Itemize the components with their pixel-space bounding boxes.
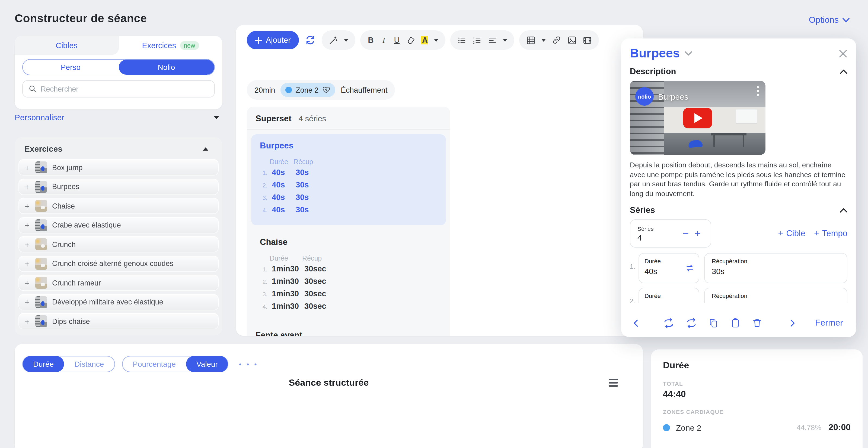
block-duration: 20min [254,85,275,94]
toggle-valeur[interactable]: Valeur [186,356,228,372]
close-panel-button[interactable]: Fermer [815,318,843,328]
video-icon[interactable] [583,35,592,45]
dropdown-caret-icon[interactable] [503,39,507,41]
underline-button[interactable]: U [393,36,400,44]
set-row: 2.40s30s [260,180,437,189]
search-input[interactable]: Rechercher [22,80,215,98]
zone-chip[interactable]: Zone 2 [280,83,335,97]
add-exercise-icon[interactable]: + [24,259,30,268]
close-icon[interactable] [839,49,847,58]
exercise-thumbnail [35,296,47,308]
chevron-up-icon[interactable] [840,208,847,213]
highlight-color-button[interactable]: A [421,36,428,44]
copy-icon[interactable] [709,318,719,328]
add-exercise-icon[interactable]: + [24,317,30,326]
set-row: 3.1min3030sec [260,289,437,298]
dropdown-caret-icon[interactable] [434,39,438,41]
add-exercise-icon[interactable]: + [24,201,30,210]
chart-menu-icon[interactable] [609,379,618,387]
delete-icon[interactable] [752,318,762,328]
chevron-up-icon[interactable] [840,69,847,74]
axis-toggle: Durée Distance [22,356,115,372]
exercise-thumbnail [35,181,47,193]
toggle-nolio[interactable]: Nolio [119,60,214,75]
dropdown-caret-icon[interactable] [344,39,348,41]
table-icon[interactable] [526,35,535,45]
image-icon[interactable] [567,35,577,45]
editor-toolbar: Ajouter B I U A 12 [247,30,599,50]
duration-field[interactable]: Durée 40s [639,253,699,284]
series-section-title: Séries [630,206,655,215]
plus-icon [255,37,262,44]
add-cible-button[interactable]: Cible [786,229,805,239]
list-format-group: 12 [450,30,514,50]
search-placeholder: Rechercher [41,85,79,93]
list-item[interactable]: +Chaise [19,198,219,214]
exercise-video-thumbnail[interactable]: nöliö Burpees [630,81,766,155]
chevron-down-icon [842,18,849,22]
list-item[interactable]: +Crabe avec élastique [19,217,219,233]
chevron-down-icon[interactable] [685,51,692,56]
list-item[interactable]: +Dips chaise [19,313,219,330]
decrement-button[interactable]: − [680,228,692,240]
numbered-list-icon[interactable]: 12 [472,35,482,45]
recovery-field[interactable]: Récupération 30s [704,253,847,284]
options-label: Options [809,15,839,25]
add-exercise-icon[interactable]: + [24,220,30,230]
recovery-field[interactable]: Récupération [704,288,847,303]
list-item[interactable]: +Box jump [19,159,219,175]
link-icon[interactable] [552,35,561,45]
options-menu-button[interactable]: Options [809,15,849,25]
more-options-icon[interactable]: • • • [239,360,258,368]
library-tabs: Cibles Exercices new [14,36,222,55]
swap-unit-icon[interactable] [685,264,694,273]
youtube-play-button[interactable] [683,107,712,128]
superset-exercise-chaise[interactable]: Chaise DuréeRécup 1.1min3030sec 2.1min30… [251,231,446,322]
add-exercise-icon[interactable]: + [24,182,30,191]
list-item[interactable]: +Crunch croisé alterné genoux coudes [19,255,219,272]
dropdown-caret-icon[interactable] [541,39,546,41]
personnaliser-toggle[interactable]: Personnaliser [14,113,222,122]
align-left-icon[interactable] [488,35,497,45]
replace-suggest-icon[interactable] [663,317,674,329]
exercise-thumbnail [35,238,47,250]
chart-title: Séance structurée [14,378,643,388]
add-exercise-icon[interactable]: + [24,240,30,249]
superset-exercise-burpees[interactable]: Burpees DuréeRécup 1.40s30s 2.40s30s 3.4… [251,134,446,226]
refresh-icon[interactable] [304,34,317,46]
list-item[interactable]: +Crunch [19,236,219,252]
nolio-logo: nöliö [635,87,654,106]
toggle-duree[interactable]: Durée [23,356,64,372]
superset-block[interactable]: Superset 4 séries Burpees DuréeRécup 1.4… [247,107,450,336]
tab-exercices[interactable]: Exercices new [119,36,222,55]
italic-button[interactable]: I [380,35,388,45]
tab-cibles[interactable]: Cibles [14,36,119,55]
increment-button[interactable]: + [692,228,704,240]
toggle-distance[interactable]: Distance [64,356,114,372]
format-clear-icon[interactable] [406,36,415,44]
toggle-pourcentage[interactable]: Pourcentage [122,356,186,372]
next-exercise-icon[interactable] [788,319,796,327]
exercises-accordion-header[interactable]: Exercices [14,137,222,158]
duration-field[interactable]: Durée [639,288,699,303]
bullet-list-icon[interactable] [457,35,467,45]
bold-button[interactable]: B [367,36,374,44]
list-item[interactable]: +Burpees [19,178,219,195]
add-exercise-icon[interactable]: + [24,298,30,307]
prev-exercise-icon[interactable] [632,319,640,327]
collapse-icon [203,147,208,150]
list-item[interactable]: +Développé militaire avec élastique [19,294,219,310]
magic-wand-icon[interactable] [329,35,338,45]
list-item[interactable]: +Crunch rameur [19,275,219,291]
add-button[interactable]: Ajouter [247,31,299,49]
add-tempo-button[interactable]: Tempo [822,229,847,239]
toggle-perso[interactable]: Perso [23,60,119,75]
swap-exercise-icon[interactable] [686,317,697,329]
superset-exercise-fente-avant[interactable]: Fente avant [247,327,450,336]
kebab-menu-icon[interactable] [757,86,759,96]
paste-icon[interactable] [730,318,741,328]
add-exercise-icon[interactable]: + [24,163,30,172]
add-exercise-icon[interactable]: + [24,278,30,287]
block-tags[interactable]: 20min Zone 2 Échauffement [247,80,395,100]
sets-list: 1. Durée 40s Récupération 30s 2. Durée R… [630,253,847,303]
